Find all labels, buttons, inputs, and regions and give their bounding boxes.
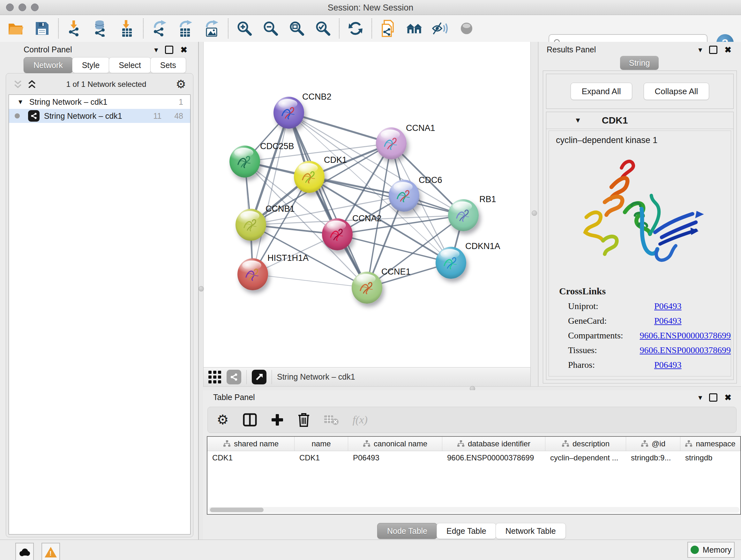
cloud-status-button[interactable] [15, 543, 34, 560]
table-cell[interactable]: CDK1 [294, 451, 348, 464]
zoom-selected-icon[interactable] [315, 20, 331, 37]
table-cell[interactable]: CDK1 [207, 451, 294, 464]
column-header-description[interactable]: description [545, 437, 626, 451]
node-table-header: shared namenamecanonical namedatabase id… [207, 437, 740, 451]
zoom-out-icon[interactable] [262, 20, 279, 37]
column-header-canonical-name[interactable]: canonical name [348, 437, 442, 451]
warning-status-button[interactable]: ! [42, 543, 60, 560]
network-edge[interactable] [289, 113, 391, 143]
column-header-shared-name[interactable]: shared name [207, 437, 294, 451]
collapse-all-button[interactable]: Collapse All [644, 83, 710, 100]
node-ccnb2[interactable] [273, 97, 304, 129]
detach-view-icon[interactable] [252, 370, 266, 384]
control-panel-close-icon[interactable]: ✖ [180, 46, 187, 54]
node-ccna1[interactable] [376, 127, 407, 159]
results-panel-float-icon[interactable] [709, 46, 718, 54]
zoom-fit-icon[interactable] [288, 20, 305, 37]
tab-node-table[interactable]: Node Table [377, 523, 437, 539]
network-options-gear-icon[interactable]: ⚙ [176, 78, 186, 91]
export-network-icon[interactable] [151, 20, 168, 37]
crosslink-link[interactable]: P06493 [654, 301, 682, 311]
table-panel-float-icon[interactable] [709, 393, 718, 401]
show-columns-icon[interactable] [243, 413, 257, 427]
crosslink-link[interactable]: P06493 [654, 360, 682, 370]
import-network-file-icon[interactable] [66, 20, 83, 37]
save-session-icon[interactable] [34, 20, 51, 37]
network-overview-icon[interactable] [226, 370, 241, 384]
results-panel-menu-icon[interactable]: ▾ [698, 46, 702, 54]
results-panel: Results Panel ▾ ✖ String Expand All Coll… [538, 42, 741, 386]
crosslink-link[interactable]: P06493 [654, 316, 682, 326]
expand-all-networks-icon[interactable] [13, 79, 23, 89]
table-toolbar: ⚙ f(x) [207, 407, 737, 433]
right-splitter[interactable] [530, 42, 539, 386]
node-cdc25b[interactable] [229, 145, 260, 178]
gene-symbol: CDK1 [602, 115, 628, 126]
create-column-icon[interactable] [271, 414, 284, 426]
open-session-icon[interactable] [8, 20, 24, 37]
collapse-all-networks-icon[interactable] [27, 79, 37, 89]
results-tab-string[interactable]: String [620, 56, 659, 70]
network-canvas[interactable]: CCNB2CCNA1CDC25BCDK1CDC6RB1CCNB1CCNA2CDK… [203, 42, 530, 367]
tab-select[interactable]: Select [109, 57, 151, 73]
tab-edge-table[interactable]: Edge Table [436, 523, 496, 539]
gene-collapse-icon[interactable]: ▼ [575, 116, 582, 125]
column-header--id[interactable]: @id [626, 437, 680, 451]
tab-network[interactable]: Network [23, 57, 73, 73]
node-ccnb1[interactable] [235, 209, 266, 241]
table-cell[interactable]: P06493 [348, 451, 442, 464]
expand-all-button[interactable]: Expand All [570, 83, 632, 100]
crosslink-link[interactable]: 9606.ENSP00000378699 [640, 330, 731, 341]
refresh-icon[interactable] [347, 20, 364, 37]
table-cell[interactable]: stringdb:9... [626, 451, 680, 464]
import-network-database-icon[interactable] [92, 20, 109, 37]
table-panel-menu-icon[interactable]: ▾ [698, 394, 702, 401]
control-panel-title: Control Panel [23, 45, 72, 54]
network-collection-row[interactable]: ▼ String Network – cdk1 1 [9, 95, 190, 109]
node-rb1[interactable] [448, 199, 479, 231]
tab-style[interactable]: Style [72, 57, 110, 73]
zoom-in-icon[interactable] [236, 20, 253, 37]
column-header-namespace[interactable]: namespace [680, 437, 740, 451]
network-edge[interactable] [253, 113, 289, 274]
hide-selected-icon[interactable] [432, 20, 449, 37]
node-ccna2[interactable] [322, 219, 353, 250]
export-table-icon[interactable] [178, 20, 194, 37]
tab-sets[interactable]: Sets [150, 57, 186, 73]
control-panel-menu-icon[interactable]: ▾ [154, 46, 158, 54]
crosslink-link[interactable]: 9606.ENSP00000378699 [640, 345, 731, 355]
network-row[interactable]: String Network – cdk1 11 48 [9, 109, 190, 123]
table-cell[interactable]: 9606.ENSP00000378699 [442, 451, 545, 464]
network-edge[interactable] [253, 274, 367, 288]
results-panel-close-icon[interactable]: ✖ [724, 46, 731, 54]
export-image-icon[interactable] [204, 20, 220, 37]
network-tab-body: 1 of 1 Network selected ⚙ ▼ String Netwo… [6, 73, 193, 537]
control-panel-float-icon[interactable] [165, 46, 173, 54]
table-cell[interactable]: cyclin–dependent ... [545, 451, 626, 464]
crosslink-row: Uniprot:P06493 [568, 301, 731, 311]
node-hist1h1a[interactable] [238, 258, 268, 290]
table-panel-close-icon[interactable]: ✖ [724, 393, 731, 401]
grid-view-icon[interactable] [208, 370, 221, 384]
table-cell[interactable]: stringdb [680, 451, 740, 464]
node-cdkn1a[interactable] [435, 247, 466, 279]
network-from-document-icon[interactable] [380, 20, 396, 37]
column-header-name[interactable]: name [294, 437, 348, 451]
gene-header[interactable]: ▼ CDK1 [546, 112, 733, 129]
table-options-gear-icon[interactable]: ⚙ [217, 413, 229, 427]
node-cdc6[interactable] [389, 180, 419, 212]
node-cdk1[interactable] [294, 161, 325, 193]
cloud-icon [19, 549, 30, 556]
node-ccne1[interactable] [352, 272, 382, 304]
tab-network-table[interactable]: Network Table [495, 523, 566, 539]
table-horizontal-scrollbar[interactable] [208, 507, 740, 513]
collection-expand-icon[interactable]: ▼ [17, 98, 23, 106]
table-row[interactable]: CDK1CDK1P064939606.ENSP00000378699cyclin… [207, 451, 740, 464]
memory-button[interactable]: Memory [687, 542, 735, 558]
table-panel: Table Panel ▾ ✖ ⚙ [203, 390, 741, 540]
delete-column-icon[interactable] [298, 413, 310, 427]
import-table-file-icon[interactable] [119, 20, 135, 37]
node-label-cdkn1a: CDKN1A [465, 241, 500, 251]
column-header-database-identifier[interactable]: database identifier [442, 437, 545, 451]
first-neighbors-icon[interactable] [406, 20, 422, 37]
